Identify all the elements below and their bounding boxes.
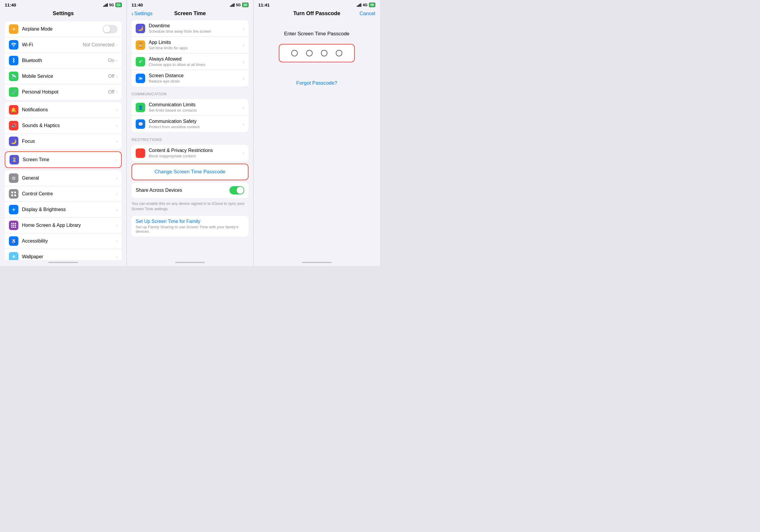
downtime-row[interactable]: 🌙 Downtime Schedule time away from the s… <box>131 20 249 37</box>
applimits-chevron: › <box>243 43 244 47</box>
screentime-nav-title: Screen Time <box>174 10 206 17</box>
signal-icon-1 <box>103 3 108 7</box>
home-indicator-2 <box>127 260 253 266</box>
nav-back-2[interactable]: ‹ Settings <box>131 10 153 17</box>
passcode-dots-container <box>279 44 355 62</box>
focus-chevron: › <box>116 139 118 144</box>
svg-rect-7 <box>11 225 13 226</box>
focus-row[interactable]: 🌙 Focus › <box>5 134 122 149</box>
wifi-row[interactable]: Wi-Fi Not Connected › <box>5 37 122 53</box>
passcode-row[interactable]: Change Screen Time Passcode <box>132 164 248 180</box>
focus-icon: 🌙 <box>9 137 19 146</box>
status-icons-2: 5G 50 <box>230 3 249 7</box>
alwaysallowed-label: Always Allowed <box>149 56 243 62</box>
screentime-label: Screen Time <box>23 157 116 163</box>
screendistance-row[interactable]: ≫ Screen Distance Reduce eye strain › <box>131 70 249 86</box>
bluetooth-row[interactable]: ᛒ Bluetooth On › <box>5 53 122 69</box>
contentprivacy-row[interactable]: 🚫 Content & Privacy Restrictions Block i… <box>131 145 249 161</box>
commlimits-row[interactable]: 👤 Communication Limits Set limits based … <box>131 99 249 116</box>
back-chevron-2: ‹ <box>131 10 133 17</box>
family-sublabel: Set up Family Sharing to use Screen Time… <box>136 225 244 234</box>
svg-rect-10 <box>11 226 13 228</box>
screentime-row[interactable]: ⏳ Screen Time › <box>5 152 121 168</box>
hotspot-icon: 🔗 <box>9 87 19 97</box>
status-icons-1: 5G 51 <box>103 3 122 7</box>
svg-rect-8 <box>13 225 14 226</box>
notifications-label: Notifications <box>22 107 116 113</box>
screentime-panel: 11:40 5G 50 ‹ Settings Screen Time 🌙 Dow… <box>126 0 253 266</box>
passcode-highlight: Change Screen Time Passcode <box>131 164 249 180</box>
home-indicator-3 <box>254 260 380 266</box>
bluetooth-value: On <box>108 58 114 63</box>
screendistance-icon: ≫ <box>136 73 145 83</box>
hotspot-label: Personal Hotspot <box>22 89 108 95</box>
homescreen-row[interactable]: Home Screen & App Library › <box>5 218 122 233</box>
passcode-panel: 11:41 4G 49 Turn Off Passcode Cancel Ent… <box>253 0 380 266</box>
wallpaper-chevron: › <box>116 255 118 259</box>
applimits-label: App Limits <box>149 40 243 45</box>
restrictions-header: RESTRICTIONS <box>127 133 253 144</box>
screendistance-label: Screen Distance <box>149 73 243 78</box>
homescreen-chevron: › <box>116 223 118 228</box>
passcode-dot-2 <box>306 50 312 56</box>
screentime-highlight: ⏳ Screen Time › <box>5 151 122 168</box>
passcode-dot-3 <box>321 50 327 56</box>
homescreen-label: Home Screen & App Library <box>22 223 116 228</box>
mobile-value: Off <box>108 73 114 79</box>
applimits-row[interactable]: ⏳ App Limits Set time limits for apps › <box>131 37 249 53</box>
wifi-value: Not Connected <box>83 42 115 47</box>
wallpaper-icon: ❄ <box>9 252 19 260</box>
schedule-group: 🌙 Downtime Schedule time away from the s… <box>131 20 249 86</box>
network-type-2: 5G <box>236 3 241 7</box>
wifi-label: Wi-Fi <box>22 42 83 47</box>
notifications-row[interactable]: 🔔 Notifications › <box>5 102 122 118</box>
svg-rect-4 <box>11 223 13 224</box>
controlcentre-row[interactable]: Control Centre › <box>5 186 122 202</box>
notifications-icon: 🔔 <box>9 105 19 115</box>
wallpaper-row[interactable]: ❄ Wallpaper › <box>5 249 122 260</box>
nav-bar-2: ‹ Settings Screen Time <box>127 9 253 19</box>
sounds-row[interactable]: 🔊 Sounds & Haptics › <box>5 118 122 134</box>
bluetooth-icon: ᛒ <box>9 56 19 65</box>
commlimits-sublabel: Set limits based on contacts <box>149 108 243 113</box>
more-group: ⚙ General › Control Centre › ☀ Display &… <box>5 170 122 260</box>
hotspot-row[interactable]: 🔗 Personal Hotspot Off › <box>5 84 122 100</box>
downtime-chevron: › <box>243 26 244 31</box>
wifi-icon <box>9 40 19 50</box>
cancel-button[interactable]: Cancel <box>359 11 375 17</box>
accessibility-chevron: › <box>116 239 118 243</box>
general-label: General <box>22 175 116 181</box>
commlimits-label: Communication Limits <box>149 102 243 108</box>
display-chevron: › <box>116 207 118 212</box>
share-group: Share Across Devices <box>131 183 249 198</box>
settings-scroll[interactable]: ✈ Airplane Mode Wi-Fi Not Connected › <box>0 19 126 260</box>
svg-rect-11 <box>13 226 14 228</box>
focus-label: Focus <box>22 139 116 144</box>
alwaysallowed-row[interactable]: ✓ Always Allowed Choose apps to allow at… <box>131 53 249 70</box>
applimits-icon: ⏳ <box>136 40 145 50</box>
wallpaper-label: Wallpaper <box>22 254 116 260</box>
connectivity-group: ✈ Airplane Mode Wi-Fi Not Connected › <box>5 22 122 100</box>
share-label: Share Across Devices <box>136 188 229 193</box>
airplane-toggle[interactable] <box>103 25 118 33</box>
screentime-scroll[interactable]: 🌙 Downtime Schedule time away from the s… <box>127 19 253 260</box>
forgot-passcode-link[interactable]: Forgot Passcode? <box>296 80 337 86</box>
passcode-prompt: Enter Screen Time Passcode <box>284 31 350 37</box>
general-row[interactable]: ⚙ General › <box>5 170 122 186</box>
contentprivacy-sublabel: Block inappropriate content <box>149 154 243 158</box>
airplane-row[interactable]: ✈ Airplane Mode <box>5 22 122 37</box>
sounds-chevron: › <box>116 123 118 128</box>
display-row[interactable]: ☀ Display & Brightness › <box>5 202 122 218</box>
svg-rect-9 <box>15 225 16 226</box>
system-group: 🔔 Notifications › 🔊 Sounds & Haptics › 🌙… <box>5 102 122 149</box>
family-row[interactable]: Set Up Screen Time for Family Set up Fam… <box>131 216 249 237</box>
contentprivacy-label: Content & Privacy Restrictions <box>149 148 243 153</box>
svg-rect-3 <box>14 194 16 196</box>
commsafety-chevron: › <box>243 122 244 126</box>
mobile-row[interactable]: 📡 Mobile Service Off › <box>5 69 122 84</box>
share-row[interactable]: Share Across Devices <box>131 183 249 198</box>
accessibility-row[interactable]: ♿ Accessibility › <box>5 233 122 249</box>
share-toggle[interactable] <box>229 186 244 194</box>
commsafety-row[interactable]: 💬 Communication Safety Protect from sens… <box>131 116 249 132</box>
commlimits-icon: 👤 <box>136 103 145 112</box>
